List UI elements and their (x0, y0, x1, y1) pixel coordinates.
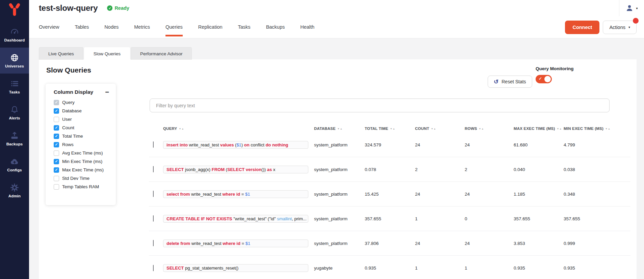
column-option-label: Max Exec Time (ms) (62, 167, 104, 172)
checkbox-icon[interactable] (54, 176, 59, 181)
table-row[interactable]: CREATE TABLE IF NOT EXISTS "write_read_t… (149, 206, 630, 231)
collapse-icon[interactable]: − (105, 90, 109, 94)
cloud-upload-icon (10, 157, 19, 166)
sort-arrows-icon[interactable]: ▼▲ (179, 128, 184, 130)
sidebar-item-backups[interactable]: Backups (0, 125, 29, 151)
checkbox-icon[interactable]: ✓ (54, 134, 59, 139)
yugabyte-logo[interactable] (0, 1, 29, 18)
checkbox-icon[interactable] (54, 184, 59, 190)
notification-dot (633, 18, 639, 24)
chevron-down-icon: ▾ (628, 25, 630, 29)
query-cell[interactable]: SELECT jsonb_agg(x) FROM (SELECT version… (163, 166, 308, 173)
subtab-live-queries[interactable]: Live Queries (39, 47, 83, 60)
sidebar-item-configs[interactable]: Configs (0, 151, 29, 177)
tab-tables[interactable]: Tables (67, 16, 97, 38)
cell-count: 24 (415, 241, 465, 246)
column-option-rows[interactable]: ✓Rows (54, 140, 116, 149)
check-icon: ✓ (539, 76, 542, 81)
table-row[interactable]: delete from write_read_test where id = $… (149, 231, 630, 256)
cell-max-exec-time: 357.655 (514, 216, 564, 221)
sidebar-item-tasks[interactable]: Tasks (0, 74, 29, 100)
tab-metrics[interactable]: Metrics (126, 16, 158, 38)
checkbox-icon[interactable]: ✓ (54, 142, 59, 147)
query-filter-input[interactable] (150, 99, 610, 112)
table-row[interactable]: SELECT jsonb_agg(x) FROM (SELECT version… (149, 157, 630, 182)
cell-database: yugabyte (314, 266, 365, 271)
query-cell[interactable]: SELECT pg_stat_statements_reset() (163, 264, 308, 272)
column-option-database[interactable]: ✓Database (54, 107, 116, 115)
upload-tray-icon (10, 131, 19, 140)
query-monitoring-toggle[interactable]: ✓ (536, 75, 552, 83)
sort-arrows-icon[interactable]: ▼▲ (557, 128, 562, 130)
sidebar-item-dashboard[interactable]: Dashboard (0, 22, 29, 48)
actions-label: Actions (609, 25, 625, 30)
globe-icon (10, 53, 19, 62)
query-cell[interactable]: insert into write_read_test values ($1) … (163, 141, 308, 149)
checkbox-icon[interactable] (54, 150, 59, 156)
sort-arrows-icon[interactable]: ▼▲ (479, 128, 484, 130)
row-checkbox[interactable] (153, 191, 154, 197)
column-option-max-exec-time-ms[interactable]: ✓Max Exec Time (ms) (54, 166, 116, 174)
row-checkbox[interactable] (153, 265, 154, 271)
sort-arrows-icon[interactable]: ▼▲ (605, 128, 611, 130)
column-header-max-exec-time-ms[interactable]: MAX EXEC TIME (MS)▼▲ (514, 127, 564, 131)
query-subtabs: Live Queries Slow Queries Performance Ad… (39, 47, 192, 60)
query-cell[interactable]: delete from write_read_test where id = $… (163, 240, 308, 247)
table-row[interactable]: insert into write_read_test values ($1) … (149, 133, 630, 157)
tab-tasks[interactable]: Tasks (230, 16, 258, 38)
row-checkbox[interactable] (153, 141, 154, 148)
sort-arrows-icon[interactable]: ▼▲ (337, 128, 343, 130)
column-header-total-time[interactable]: TOTAL TIME▼▲ (365, 127, 415, 131)
column-option-count[interactable]: ✓Count (54, 123, 116, 132)
cell-total-time: 0.935 (365, 266, 415, 271)
tab-nodes[interactable]: Nodes (97, 16, 126, 38)
actions-button[interactable]: Actions ▾ (603, 21, 637, 34)
query-cell[interactable]: CREATE TABLE IF NOT EXISTS "write_read_t… (163, 215, 308, 223)
tab-overview[interactable]: Overview (31, 16, 67, 38)
cell-max-exec-time: 0.040 (514, 167, 564, 172)
sidebar-item-label: Configs (7, 168, 22, 172)
column-option-user[interactable]: User (54, 115, 116, 123)
checkbox-icon[interactable]: ✓ (54, 108, 59, 114)
reset-stats-button[interactable]: ↺ Reset Stats (488, 76, 532, 88)
checkbox-icon[interactable]: ✓ (54, 159, 59, 164)
sidebar-item-universes[interactable]: Universes (0, 48, 29, 74)
checkbox-icon[interactable] (54, 117, 59, 122)
cell-count: 24 (415, 192, 465, 197)
column-header-min-exec-time-ms[interactable]: MIN EXEC TIME (MS)▼▲ (564, 127, 630, 131)
column-option-avg-exec-time-ms[interactable]: Avg Exec Time (ms) (54, 149, 116, 157)
checkbox-icon[interactable]: ✓ (54, 167, 59, 173)
tab-health[interactable]: Health (292, 16, 322, 38)
table-row[interactable]: select from write_read_test where id = $… (149, 182, 630, 206)
query-monitoring-label: Query Monitoring (536, 66, 574, 71)
tab-replication[interactable]: Replication (190, 16, 230, 38)
sort-arrows-icon[interactable]: ▼▲ (431, 128, 436, 130)
subtab-slow-queries[interactable]: Slow Queries (84, 47, 130, 60)
tab-backups[interactable]: Backups (258, 16, 293, 38)
tab-queries[interactable]: Queries (158, 16, 190, 38)
column-header-database[interactable]: DATABASE▼▲ (314, 127, 365, 131)
row-checkbox[interactable] (153, 215, 154, 222)
dashboard-icon (10, 27, 19, 36)
column-header-count[interactable]: COUNT▼▲ (415, 127, 465, 131)
row-checkbox[interactable] (153, 166, 154, 172)
cell-max-exec-time: 1.185 (514, 192, 564, 197)
cell-rows: 24 (465, 142, 514, 147)
row-checkbox[interactable] (153, 240, 154, 246)
sidebar-item-alerts[interactable]: Alerts (0, 100, 29, 125)
connect-button[interactable]: Connect (565, 21, 599, 34)
user-menu[interactable]: ▾ (619, 0, 644, 16)
column-option-total-time[interactable]: ✓Total Time (54, 132, 116, 140)
query-cell[interactable]: select from write_read_test where id = $… (163, 190, 308, 198)
table-row[interactable]: SELECT pg_stat_statements_reset()yugabyt… (149, 256, 630, 279)
sidebar-item-admin[interactable]: Admin (0, 177, 29, 203)
column-option-min-exec-time-ms[interactable]: ✓Min Exec Time (ms) (54, 157, 116, 166)
sort-arrows-icon[interactable]: ▼▲ (390, 128, 395, 130)
column-header-query[interactable]: QUERY▼▲ (163, 127, 314, 131)
column-header-label: ROWS (465, 127, 477, 131)
column-option-temp-tables-ram[interactable]: Temp Tables RAM (54, 183, 116, 191)
column-header-rows[interactable]: ROWS▼▲ (465, 127, 514, 131)
checkbox-icon[interactable]: ✓ (54, 125, 59, 131)
column-option-std-dev-time[interactable]: Std Dev Time (54, 174, 116, 183)
subtab-performance-advisor[interactable]: Performance Advisor (131, 47, 192, 60)
